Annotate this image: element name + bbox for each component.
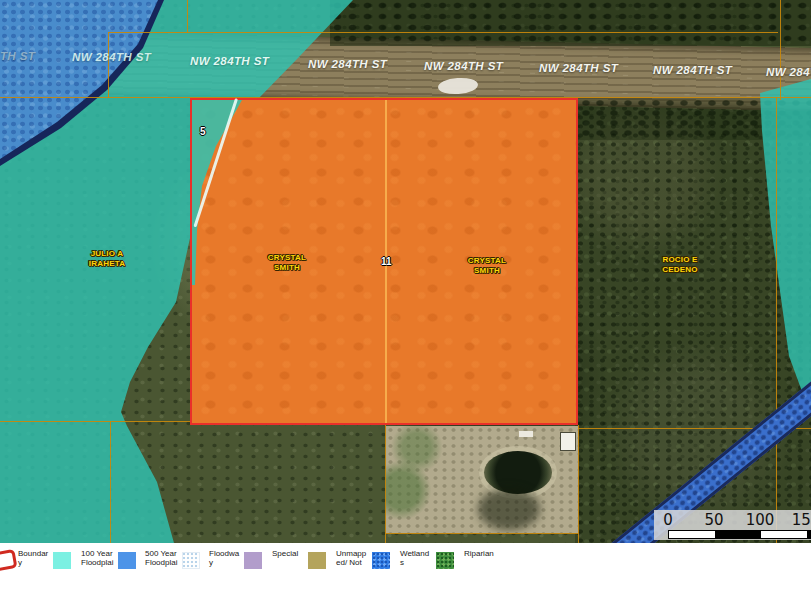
legend-line: ed/ Not: [336, 558, 362, 567]
legend-swatch-riparian: [436, 552, 454, 569]
parcel-line: [385, 533, 578, 534]
street-label: NW 284TH ST: [72, 51, 151, 63]
owner-label: CRYSTAL SMITH: [268, 253, 306, 272]
parcel-line: [776, 97, 777, 543]
parcel-number: 11: [381, 256, 392, 267]
street-label: NW 284TH ST: [308, 58, 387, 70]
legend-label-unmapped: Unmapp ed/ Not: [336, 549, 366, 567]
legend-label-100yr: 100 Year Floodplai: [81, 549, 113, 567]
legend-line: Unmapp: [336, 549, 366, 558]
owner-line2: IRAHETA: [89, 259, 125, 268]
legend-line: Boundar: [18, 549, 48, 558]
parcel-line: [578, 425, 579, 543]
legend-label-boundary: Boundar y: [18, 549, 48, 567]
owner-label: ROCIO E CEDENO: [662, 255, 697, 274]
legend-label-floodway: Floodwa y: [209, 549, 239, 567]
owner-label: CRYSTAL SMITH: [468, 256, 506, 275]
legend-label-riparian: Riparian: [464, 549, 494, 558]
small-structure: [519, 431, 533, 437]
owner-line2: SMITH: [274, 263, 300, 272]
legend-line: Floodplai: [145, 558, 177, 567]
gis-map-viewer: NW 284TH ST NW 284TH ST NW 284TH ST NW 2…: [0, 0, 811, 600]
street-label: NW 284TH ST: [0, 50, 35, 62]
owner-line1: ROCIO E: [662, 255, 697, 264]
pond-tree-shadow: [478, 488, 540, 530]
scale-bar-segment: [715, 531, 761, 538]
street-label: NW 284TH ST: [190, 55, 269, 67]
scale-bar-segment: [807, 531, 811, 538]
pond: [484, 451, 552, 494]
map-canvas[interactable]: NW 284TH ST NW 284TH ST NW 284TH ST NW 2…: [0, 0, 811, 543]
parcel-line: [108, 32, 778, 33]
parcel-line: [0, 421, 190, 422]
owner-label: JULIO A IRAHETA: [89, 249, 125, 268]
legend-label-500yr: 500 Year Floodplai: [145, 549, 177, 567]
street-label: NW 284TH ST: [424, 60, 503, 72]
parcel-line: [385, 425, 386, 543]
legend-line: 100 Year: [81, 549, 113, 558]
legend-swatch-unmapped: [308, 552, 326, 569]
legend-swatch-500yr-floodplain: [118, 552, 136, 569]
scale-tick: 0: [663, 511, 673, 529]
legend-line: y: [209, 558, 213, 567]
owner-line1: JULIO A: [91, 249, 124, 258]
legend-swatch-special: [244, 552, 262, 569]
legend-swatch-100yr-floodplain: [53, 552, 71, 569]
legend-line: Special: [272, 549, 298, 558]
street-label: NW 284TH ST: [766, 66, 811, 78]
owner-line2: CEDENO: [662, 265, 697, 274]
parcel-line: [780, 0, 781, 100]
street-label: NW 284TH ST: [653, 64, 732, 76]
owner-line2: SMITH: [474, 266, 500, 275]
scale-bar-rule: [668, 530, 811, 539]
legend-line: Riparian: [464, 549, 494, 558]
owner-line1: CRYSTAL: [268, 253, 306, 262]
street-label: NW 284TH ST: [539, 62, 618, 74]
owner-line1: CRYSTAL: [468, 256, 506, 265]
legend-line: s: [400, 558, 404, 567]
legend-swatch-floodway: [182, 552, 200, 569]
legend-label-special: Special: [272, 549, 298, 558]
tree-row-north: [330, 0, 811, 46]
scale-tick: 100: [746, 511, 775, 529]
parcel-number: 5: [200, 126, 206, 137]
legend-swatch-wetlands: [372, 552, 390, 569]
legend-line: 500 Year: [145, 549, 177, 558]
parcel-line: [187, 0, 188, 33]
small-structure: [560, 432, 576, 451]
scale-tick: 150: [792, 511, 811, 529]
legend-label-wetlands: Wetland s: [400, 549, 429, 567]
boundary-icon: [0, 549, 17, 572]
legend-line: Floodwa: [209, 549, 239, 558]
parcel-line: [108, 32, 109, 98]
scale-tick: 50: [704, 511, 723, 529]
legend-line: Floodplai: [81, 558, 113, 567]
legend-line: y: [18, 558, 22, 567]
parcel-line: [110, 421, 111, 543]
scale-bar: 0 50 100 150: [654, 510, 811, 540]
legend-bar: Boundar y 100 Year Floodplai 500 Year Fl…: [0, 543, 811, 600]
legend-line: Wetland: [400, 549, 429, 558]
